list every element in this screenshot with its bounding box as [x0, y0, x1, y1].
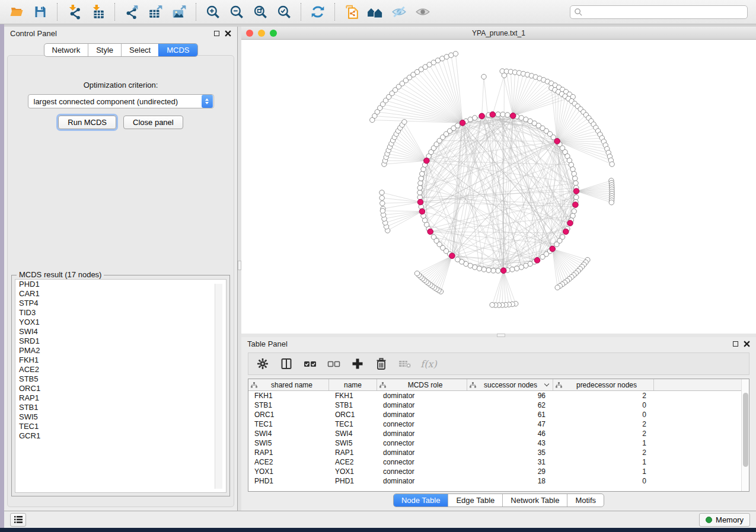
tab-mcds[interactable]: MCDS [158, 44, 197, 56]
import-table-button[interactable] [86, 2, 110, 22]
table-scrollbar[interactable] [741, 379, 749, 491]
tab-motifs[interactable]: Motifs [567, 494, 604, 507]
zoom-in-button[interactable] [201, 2, 225, 22]
zoom-selected-button[interactable] [272, 2, 296, 22]
close-panel-icon[interactable] [744, 341, 750, 347]
export-network-button[interactable] [120, 2, 143, 22]
mcds-result-item[interactable]: STB1 [15, 403, 226, 412]
mcds-result-item[interactable]: FKH1 [15, 355, 226, 365]
network-window-titlebar[interactable]: YPA_prune.txt_1 [241, 27, 756, 40]
close-panel-icon[interactable] [225, 30, 231, 37]
table-row[interactable]: SWI5SWI5connector431 [248, 438, 749, 448]
columns-icon [280, 357, 293, 370]
mcds-result-item[interactable]: CAR1 [15, 289, 226, 299]
cell-predecessor-nodes: 2 [553, 448, 654, 457]
network-graph[interactable] [241, 40, 756, 334]
mcds-result-item[interactable]: GCR1 [15, 431, 226, 441]
mcds-result-item[interactable]: STP4 [15, 299, 226, 308]
shared-column-icon [470, 382, 476, 388]
first-neighbors-button[interactable] [363, 2, 387, 22]
show-columns-button[interactable] [279, 357, 294, 371]
scrollbar-thumb[interactable] [743, 393, 748, 467]
table-options-button[interactable] [256, 357, 270, 371]
tab-network-table[interactable]: Network Table [502, 494, 567, 507]
open-folder-icon [9, 5, 24, 19]
table-row[interactable]: STB1STB1dominator620 [248, 400, 749, 410]
zoom-fit-button[interactable] [248, 2, 272, 22]
show-all-button[interactable] [411, 2, 435, 22]
mcds-result-title: MCDS result (17 nodes) [17, 270, 104, 279]
mcds-result-item[interactable]: YOX1 [15, 318, 226, 327]
column-header-predecessor-nodes[interactable]: predecessor nodes [553, 379, 654, 390]
hide-selected-button[interactable] [387, 2, 411, 22]
apply-layout-button[interactable] [306, 2, 330, 22]
mcds-result-item[interactable]: SWI4 [15, 327, 226, 336]
table-row[interactable]: ACE2ACE2connector311 [248, 457, 749, 467]
add-column-button[interactable] [350, 357, 365, 371]
toolbar-separator [114, 3, 115, 21]
column-header-MCDS-role[interactable]: MCDS role [377, 379, 467, 390]
import-network-button[interactable] [62, 2, 86, 22]
task-history-button[interactable] [10, 513, 26, 527]
mcds-result-item[interactable]: SWI5 [15, 412, 226, 422]
table-row[interactable]: PHD1PHD1dominator180 [248, 476, 749, 486]
run-mcds-button[interactable]: Run MCDS [58, 116, 116, 129]
export-network-icon [124, 4, 139, 20]
tab-node-table[interactable]: Node Table [394, 494, 448, 507]
table-row[interactable]: FKH1FKH1dominator962 [248, 391, 749, 400]
mcds-result-item[interactable]: TID3 [15, 308, 226, 318]
criterion-dropdown[interactable]: largest connected component (undirected) [28, 94, 214, 108]
cell-name: SWI5 [329, 439, 377, 447]
toolbar-separator [57, 3, 58, 21]
cell-name: TEC1 [329, 420, 377, 428]
clone-network-button[interactable] [340, 2, 363, 22]
zoom-out-button[interactable] [225, 2, 248, 22]
refresh-icon [310, 4, 326, 20]
zoom-out-icon [229, 4, 244, 20]
table-row[interactable]: YOX1YOX1connector291 [248, 467, 749, 476]
cell-successor-nodes: 29 [467, 467, 553, 476]
function-builder-button[interactable]: f(x) [422, 357, 436, 371]
unselect-all-rows-button[interactable] [327, 357, 341, 371]
float-panel-icon[interactable] [733, 341, 738, 347]
mcds-result-item[interactable]: SRD1 [15, 336, 226, 346]
tab-edge-table[interactable]: Edge Table [448, 494, 502, 507]
cell-name: FKH1 [329, 392, 377, 400]
mcds-result-item[interactable]: ACE2 [15, 365, 226, 374]
open-file-button[interactable] [5, 2, 28, 22]
network-canvas[interactable] [241, 40, 756, 334]
table-row[interactable]: SWI4SWI4dominator462 [248, 429, 749, 438]
mcds-result-item[interactable]: PHD1 [15, 280, 226, 289]
memory-button[interactable]: Memory [699, 513, 750, 527]
select-all-rows-button[interactable] [303, 357, 317, 371]
mcds-result-item[interactable]: TEC1 [15, 422, 226, 431]
table-row[interactable]: RAP1RAP1dominator352 [248, 448, 749, 457]
list-scrollbar-track[interactable] [215, 284, 222, 489]
table-panel: Table Panel [241, 337, 756, 511]
save-session-button[interactable] [28, 2, 52, 22]
cell-shared-name: SWI4 [248, 430, 329, 438]
table-row[interactable]: TEC1TEC1connector472 [248, 419, 749, 429]
tab-network[interactable]: Network [44, 44, 88, 56]
table-row[interactable]: ORC1ORC1dominator610 [248, 410, 749, 419]
delete-columns-button[interactable] [374, 357, 388, 371]
cell-MCDS-role: connector [377, 458, 467, 466]
column-header-shared-name[interactable]: shared name [248, 379, 329, 390]
float-panel-icon[interactable] [214, 31, 219, 36]
column-header-name[interactable]: name [329, 379, 377, 390]
tab-style[interactable]: Style [88, 44, 121, 56]
mcds-result-item[interactable]: ORC1 [15, 384, 226, 393]
tab-select[interactable]: Select [121, 44, 158, 56]
mcds-result-item[interactable]: STB5 [15, 374, 226, 384]
delete-table-button[interactable] [398, 357, 412, 371]
cell-MCDS-role: dominator [377, 411, 467, 419]
mcds-result-item[interactable]: PMA2 [15, 346, 226, 355]
search-input[interactable] [583, 8, 744, 16]
cell-shared-name: YOX1 [248, 467, 329, 476]
export-image-button[interactable] [167, 2, 191, 22]
column-header-successor-nodes[interactable]: successor nodes [467, 379, 553, 390]
mcds-result-item[interactable]: RAP1 [15, 393, 226, 403]
close-panel-button[interactable]: Close panel [123, 116, 183, 129]
cell-MCDS-role: dominator [377, 430, 467, 438]
export-table-button[interactable] [143, 2, 167, 22]
